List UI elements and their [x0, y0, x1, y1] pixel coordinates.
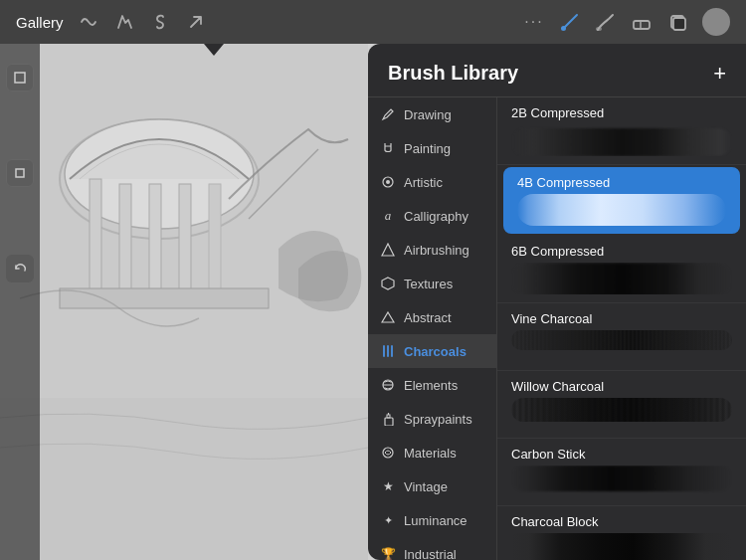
brush-item-charcoal-block[interactable]: Charcoal Block: [497, 506, 746, 560]
calligraphy-label: Calligraphy: [404, 209, 468, 224]
brush-item-willow-charcoal[interactable]: Willow Charcoal: [497, 371, 746, 439]
painting-label: Painting: [404, 141, 451, 156]
painting-icon: [380, 140, 396, 156]
add-brush-button[interactable]: +: [713, 63, 726, 85]
brush-preview-block: [511, 533, 732, 560]
svg-rect-16: [0, 398, 368, 560]
elements-icon: [380, 377, 396, 393]
materials-label: Materials: [404, 446, 457, 461]
spraypaints-icon: [380, 411, 396, 427]
toolbar-right: ···: [523, 8, 730, 36]
left-tool-2[interactable]: [6, 159, 34, 187]
left-tool-undo[interactable]: [6, 255, 34, 282]
artistic-icon: [380, 174, 396, 190]
arrow-tool-icon[interactable]: [185, 11, 207, 33]
modify-tool-icon[interactable]: [78, 11, 99, 33]
brush-preview-carbon: [511, 466, 732, 497]
panel-title: Brush Library: [388, 62, 518, 85]
brush-preview-2b: [511, 124, 732, 156]
brush-name-6b-compressed: 6B Compressed: [511, 244, 732, 259]
category-item-airbrushing[interactable]: Airbrushing: [368, 233, 496, 267]
category-list: Drawing Painting Artistic a Calligraphy: [368, 97, 497, 560]
svg-rect-30: [385, 418, 393, 426]
avatar[interactable]: [702, 8, 730, 36]
category-item-spraypaints[interactable]: Spraypaints: [368, 402, 496, 436]
smudge-tool-icon[interactable]: [595, 11, 617, 33]
svg-rect-18: [16, 169, 24, 177]
brush-preview-vine: [511, 330, 732, 362]
svg-marker-22: [382, 244, 394, 256]
svg-rect-17: [15, 73, 25, 83]
panel-body: Drawing Painting Artistic a Calligraphy: [368, 97, 746, 560]
svg-point-21: [386, 180, 390, 184]
brush-preview-willow: [511, 398, 732, 430]
brush-preview-6b: [511, 263, 732, 294]
brush-name-charcoal-block: Charcoal Block: [511, 514, 732, 529]
gallery-button[interactable]: Gallery: [16, 14, 64, 31]
airbrushing-label: Airbrushing: [404, 243, 469, 258]
brush-name-carbon-stick: Carbon Stick: [511, 447, 732, 462]
brush-item-carbon-stick[interactable]: Carbon Stick: [497, 439, 746, 506]
s-tool-icon[interactable]: [149, 11, 171, 33]
brush-preview-4b: [517, 194, 726, 226]
category-item-abstract[interactable]: Abstract: [368, 300, 496, 334]
brush-name-willow-charcoal: Willow Charcoal: [511, 379, 732, 394]
brush-item-vine-charcoal[interactable]: Vine Charcoal: [497, 303, 746, 371]
more-icon[interactable]: ···: [523, 11, 545, 33]
brush-item-4b-compressed[interactable]: 4B Compressed: [503, 167, 740, 234]
elements-label: Elements: [404, 378, 458, 393]
category-item-artistic[interactable]: Artistic: [368, 165, 496, 199]
category-item-textures[interactable]: Textures: [368, 267, 496, 300]
svg-rect-10: [90, 179, 101, 298]
industrial-label: Industrial: [404, 547, 457, 561]
svg-rect-2: [634, 21, 650, 29]
panel-header: Brush Library +: [368, 44, 746, 97]
category-item-painting[interactable]: Painting: [368, 131, 496, 165]
svg-point-1: [596, 27, 602, 31]
brush-item-2b-compressed[interactable]: 2B Compressed: [497, 97, 746, 165]
selection-tool-icon[interactable]: [113, 11, 135, 33]
charcoals-icon: [380, 343, 396, 359]
category-item-luminance[interactable]: ✦ Luminance: [368, 503, 496, 537]
category-item-elements[interactable]: Elements: [368, 368, 496, 402]
svg-rect-5: [673, 18, 685, 30]
svg-rect-13: [179, 184, 191, 298]
drawing-icon: [380, 106, 396, 122]
artistic-label: Artistic: [404, 175, 443, 190]
category-item-drawing[interactable]: Drawing: [368, 97, 496, 131]
svg-point-0: [561, 26, 566, 31]
industrial-icon: 🏆: [380, 546, 396, 560]
brush-name-4b-compressed: 4B Compressed: [517, 175, 726, 190]
category-item-calligraphy[interactable]: a Calligraphy: [368, 199, 496, 233]
svg-rect-31: [387, 415, 390, 418]
svg-marker-23: [382, 278, 394, 289]
brush-name-vine-charcoal: Vine Charcoal: [511, 311, 732, 326]
category-item-materials[interactable]: Materials: [368, 436, 496, 469]
layers-icon[interactable]: [666, 11, 688, 33]
drawing-label: Drawing: [404, 107, 452, 122]
vintage-icon: ★: [380, 478, 396, 494]
svg-rect-14: [209, 184, 221, 298]
category-item-industrial[interactable]: 🏆 Industrial: [368, 537, 496, 560]
textures-label: Textures: [404, 277, 453, 291]
svg-rect-12: [149, 184, 161, 298]
charcoals-label: Charcoals: [404, 344, 466, 359]
toolbar-left: Gallery: [16, 11, 207, 33]
brush-item-6b-compressed[interactable]: 6B Compressed: [497, 236, 746, 303]
svg-rect-11: [119, 184, 131, 298]
spraypaints-label: Spraypaints: [404, 412, 472, 427]
left-tool-1[interactable]: [6, 64, 34, 92]
luminance-label: Luminance: [404, 513, 467, 528]
textures-icon: [380, 276, 396, 291]
brush-tool-icon[interactable]: [559, 11, 581, 33]
vintage-label: Vintage: [404, 479, 448, 494]
calligraphy-icon: a: [380, 208, 396, 224]
svg-marker-24: [382, 312, 394, 322]
abstract-icon: [380, 309, 396, 325]
category-item-charcoals[interactable]: Charcoals: [368, 334, 496, 368]
luminance-icon: ✦: [380, 512, 396, 528]
category-item-vintage[interactable]: ★ Vintage: [368, 469, 496, 503]
abstract-label: Abstract: [404, 310, 452, 325]
eraser-tool-icon[interactable]: [631, 11, 653, 33]
brush-library-panel: Brush Library + Drawing Painting A: [368, 44, 746, 560]
